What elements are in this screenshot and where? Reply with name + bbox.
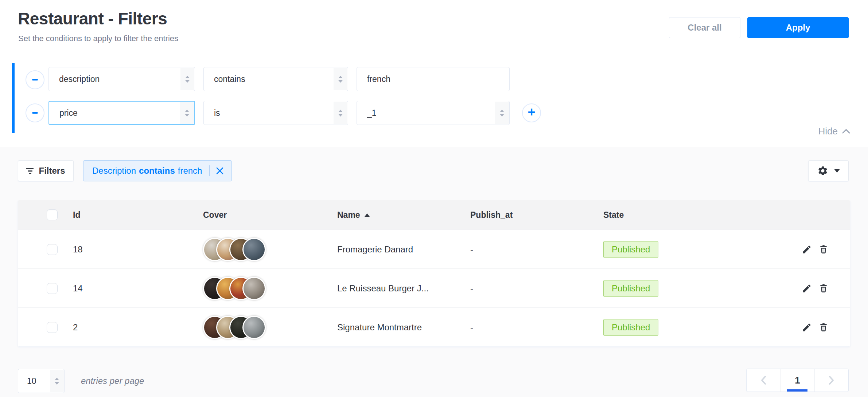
gear-icon [817, 165, 828, 176]
cover-avatars [203, 277, 266, 300]
minus-icon [32, 112, 38, 114]
table-row[interactable]: 2 Signature Montmartre - Published [18, 307, 850, 346]
status-badge: Published [603, 280, 658, 297]
stepper-icon [50, 370, 64, 392]
filters-button-label: Filters [39, 166, 65, 176]
filter-operator-select[interactable]: contains [203, 67, 348, 91]
table-row[interactable]: 18 Fromagerie Danard - Published [18, 229, 850, 268]
cover-image [242, 277, 266, 300]
remove-filter-chip-button[interactable] [215, 166, 224, 175]
cell-cover [203, 308, 266, 347]
row-checkbox[interactable] [47, 322, 58, 333]
edit-button[interactable] [802, 230, 812, 269]
filter-field-select[interactable]: description [48, 67, 195, 91]
cover-avatars [203, 316, 266, 339]
sort-asc-icon [365, 213, 370, 217]
delete-button[interactable] [818, 308, 829, 347]
trash-icon [818, 244, 829, 255]
stepper-icon [180, 68, 194, 90]
filter-operator-select[interactable]: is [203, 101, 348, 125]
chevron-right-icon [829, 376, 834, 385]
trash-icon [818, 283, 829, 294]
chip-operator: contains [139, 166, 175, 176]
delete-button[interactable] [818, 269, 829, 308]
cell-name: Fromagerie Danard [337, 230, 413, 269]
cover-image [242, 238, 266, 261]
column-header-publish-at[interactable]: Publish_at [470, 200, 513, 229]
filter-field-value: price [49, 108, 78, 118]
cover-image [242, 316, 266, 339]
filter-field-select-focused[interactable]: price [48, 101, 195, 125]
active-page-underline [787, 389, 807, 392]
column-header-cover[interactable]: Cover [203, 200, 227, 229]
remove-condition-button[interactable] [26, 103, 44, 122]
plus-icon: + [528, 103, 535, 122]
entries-per-page-label: entries per page [81, 376, 144, 386]
cell-name: Le Ruisseau Burger J... [337, 269, 429, 308]
filters-button[interactable]: Filters [18, 160, 74, 181]
pencil-icon [802, 244, 812, 255]
pencil-icon [802, 283, 812, 294]
cell-name: Signature Montmartre [337, 308, 422, 347]
stepper-icon [495, 102, 509, 124]
select-all-checkbox[interactable] [47, 209, 58, 220]
page-size-value: 10 [18, 376, 36, 386]
cell-id: 14 [73, 269, 83, 308]
page-number-button[interactable]: 1 [780, 369, 814, 392]
status-badge: Published [603, 241, 658, 258]
column-header-state[interactable]: State [603, 200, 624, 229]
cell-id: 18 [73, 230, 83, 269]
edit-button[interactable] [802, 308, 812, 347]
chip-field: Description [92, 166, 136, 176]
filter-value-text: _1 [357, 108, 377, 118]
chip-divider [209, 165, 210, 176]
cell-cover [203, 269, 266, 308]
pagination: 1 [746, 369, 849, 392]
trash-icon [818, 322, 829, 333]
cell-id: 2 [73, 308, 78, 347]
pencil-icon [802, 322, 812, 333]
remove-condition-button[interactable] [26, 70, 44, 89]
cover-avatars [203, 238, 266, 261]
row-checkbox[interactable] [47, 244, 58, 255]
add-condition-button[interactable]: + [522, 103, 541, 122]
restaurant-filters-page: Restaurant - Filters Set the conditions … [0, 0, 868, 397]
chevron-up-icon [842, 129, 850, 134]
clear-all-button[interactable]: Clear all [669, 17, 740, 38]
filter-operator-value: is [204, 108, 220, 118]
current-page-number: 1 [795, 375, 800, 386]
hide-filters-link[interactable]: Hide [818, 126, 850, 137]
filter-operator-value: contains [204, 74, 245, 84]
table-header: Id Cover Name Publish_at State [18, 200, 850, 229]
column-header-name[interactable]: Name [337, 200, 370, 229]
page-title: Restaurant - Filters [18, 9, 167, 28]
next-page-button[interactable] [814, 369, 848, 392]
apply-button[interactable]: Apply [747, 17, 849, 38]
edit-button[interactable] [802, 269, 812, 308]
chevron-left-icon [760, 376, 766, 385]
stepper-icon [180, 102, 194, 124]
column-header-id[interactable]: Id [73, 200, 80, 229]
close-icon [215, 166, 224, 175]
filter-value-select[interactable]: _1 [357, 101, 510, 125]
chip-value: french [178, 166, 202, 176]
table-row[interactable]: 14 Le Ruisseau Burger J... - Published [18, 268, 850, 307]
row-checkbox[interactable] [47, 283, 58, 294]
delete-button[interactable] [818, 230, 829, 269]
entries-table: Id Cover Name Publish_at State 18 Fromag [18, 200, 850, 346]
cell-publish-at: - [470, 269, 473, 308]
filter-accent-bar [12, 63, 15, 133]
minus-icon [32, 79, 38, 80]
prev-page-button[interactable] [747, 369, 780, 392]
status-badge: Published [603, 319, 658, 336]
page-subtitle: Set the conditions to apply to filter th… [18, 34, 178, 43]
hide-label: Hide [818, 126, 838, 137]
filter-value-input[interactable] [357, 67, 510, 91]
active-filter-chip: Description contains french [83, 160, 232, 181]
cell-publish-at: - [470, 230, 473, 269]
stepper-icon [334, 68, 347, 90]
filter-icon [26, 168, 34, 174]
table-settings-button[interactable] [808, 160, 849, 181]
stepper-icon [334, 102, 347, 124]
page-size-select[interactable]: 10 [18, 369, 65, 393]
